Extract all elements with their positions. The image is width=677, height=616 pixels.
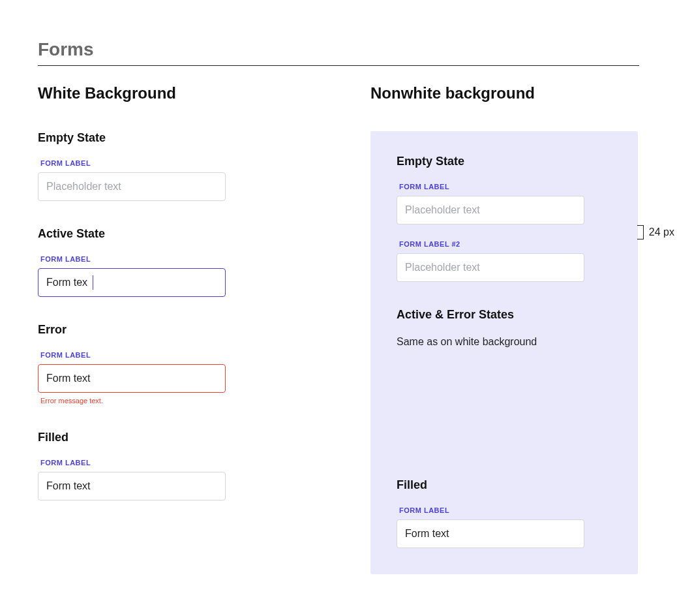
form-label: FORM LABEL [40,351,344,359]
columns-container: White Background Empty State FORM LABEL … [38,84,639,574]
white-bg-heading: White Background [38,84,344,102]
active-state-block: Active State FORM LABEL [38,227,344,297]
form-label: FORM LABEL [40,459,344,467]
bracket-icon [637,225,644,239]
active-error-note: Same as on white background [397,336,612,348]
spacing-value: 24 px [649,226,674,238]
nonwhite-active-error-heading: Active & Error States [397,308,612,322]
column-nonwhite-background: Nonwhite background 24 px Empty State FO… [370,84,638,574]
filled-state-block: Filled FORM LABEL [38,431,344,501]
nonwhite-filled-input[interactable] [397,519,584,548]
text-caret [93,275,93,290]
nonwhite-active-error-block: Active & Error States Same as on white b… [397,308,612,348]
filled-state-heading: Filled [38,431,344,444]
form-label-2: FORM LABEL #2 [399,240,612,248]
active-state-heading: Active State [38,227,344,241]
active-input[interactable] [38,268,226,297]
empty-input[interactable] [38,172,226,201]
empty-state-heading: Empty State [38,131,344,145]
spacing-annotation: 24 px [637,225,674,239]
page-title: Forms [38,39,639,66]
nonwhite-empty-heading: Empty State [397,155,612,168]
filled-input[interactable] [38,472,226,501]
error-input[interactable] [38,364,226,393]
empty-state-block: Empty State FORM LABEL [38,131,344,201]
column-white-background: White Background Empty State FORM LABEL … [38,84,344,574]
nonwhite-empty-input-1[interactable] [397,196,584,224]
error-state-block: Error FORM LABEL Error message text. [38,323,344,405]
nonwhite-bg-heading: Nonwhite background [370,84,638,102]
form-label: FORM LABEL [399,183,612,191]
form-label: FORM LABEL [40,255,344,263]
nonwhite-panel: 24 px Empty State FORM LABEL FORM LABEL … [370,131,638,574]
error-state-heading: Error [38,323,344,337]
nonwhite-filled-heading: Filled [397,478,612,492]
nonwhite-empty-block: Empty State FORM LABEL FORM LABEL #2 [397,155,612,282]
nonwhite-empty-input-2[interactable] [397,253,584,282]
error-message: Error message text. [40,397,344,405]
form-label: FORM LABEL [40,159,344,167]
nonwhite-filled-block: Filled FORM LABEL [397,478,612,548]
form-label: FORM LABEL [399,506,612,514]
